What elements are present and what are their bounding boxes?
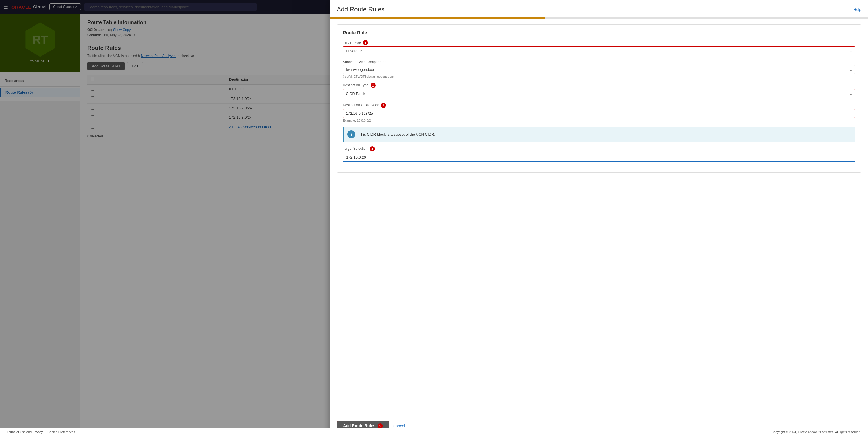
route-rule-card-title: Route Rule: [343, 30, 855, 36]
route-rule-card: Route Rule Target Type 1 Private IP Inte…: [337, 24, 861, 173]
subnet-group: Subnet or Vlan Compartment IwanHoogendoo…: [343, 60, 855, 78]
modal-panel: Add Route Rules Help Route Rule Target T…: [330, 0, 868, 436]
step-4-badge: 4: [370, 146, 375, 152]
destination-type-select[interactable]: CIDR Block Service: [343, 89, 855, 98]
target-type-label: Target Type 1: [343, 40, 855, 45]
destination-cidr-label: Destination CIDR Block 3: [343, 103, 855, 108]
modal-help-link[interactable]: Help: [854, 7, 861, 12]
destination-type-select-wrapper: CIDR Block Service: [343, 89, 855, 98]
bottom-links: Terms of Use and Privacy Cookie Preferen…: [7, 430, 75, 434]
target-selection-input[interactable]: [343, 153, 855, 162]
subnet-select-wrapper: IwanHoogendoorn: [343, 65, 855, 74]
destination-cidr-input[interactable]: [343, 109, 855, 118]
destination-type-group: Destination Type 2 CIDR Block Service: [343, 83, 855, 98]
target-selection-label: Target Selection 4: [343, 146, 855, 152]
step-2-badge: 2: [371, 83, 376, 88]
modal-content: Route Rule Target Type 1 Private IP Inte…: [330, 19, 868, 416]
info-icon: ℹ: [347, 130, 355, 138]
target-type-group: Target Type 1 Private IP Internet Gatewa…: [343, 40, 855, 55]
step-3-badge: 3: [381, 103, 386, 108]
subnet-label: Subnet or Vlan Compartment: [343, 60, 855, 64]
destination-cidr-group: Destination CIDR Block 3 Example: 10.0.0…: [343, 103, 855, 122]
destination-cidr-example: Example: 10.0.0.0/24: [343, 119, 855, 122]
info-message: This CIDR block is a subset of the VCN C…: [359, 132, 435, 137]
subnet-select[interactable]: IwanHoogendoorn: [343, 65, 855, 74]
step-1-badge: 1: [363, 40, 368, 45]
target-selection-group: Target Selection 4: [343, 146, 855, 162]
destination-type-label: Destination Type 2: [343, 83, 855, 88]
modal-header: Add Route Rules Help: [330, 0, 868, 17]
info-box: ℹ This CIDR block is a subset of the VCN…: [343, 127, 855, 142]
terms-link[interactable]: Terms of Use and Privacy: [7, 430, 43, 434]
target-type-select-wrapper: Private IP Internet Gateway NAT Gateway …: [343, 46, 855, 55]
bottom-copyright: Copyright © 2024, Oracle and/or its affi…: [772, 430, 861, 434]
bottom-bar: Terms of Use and Privacy Cookie Preferen…: [0, 428, 868, 436]
cookies-link[interactable]: Cookie Preferences: [48, 430, 75, 434]
target-type-select[interactable]: Private IP Internet Gateway NAT Gateway …: [343, 46, 855, 55]
modal-title: Add Route Rules: [337, 6, 384, 13]
compartment-path: (root)/NETWORK/IwanHoogendoorn: [343, 75, 855, 78]
